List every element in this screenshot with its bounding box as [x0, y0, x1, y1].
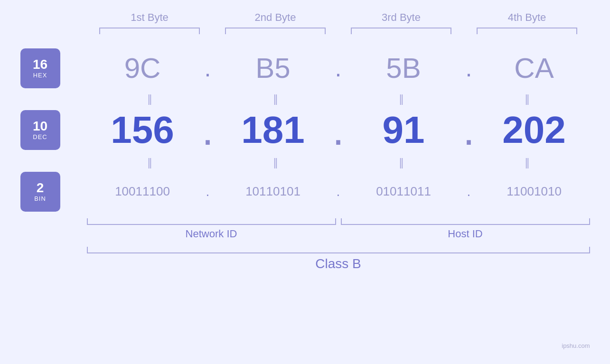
- dec-badge: 10 DEC: [20, 110, 60, 150]
- hex-values: 9C . B5 . 5B . CA: [60, 52, 590, 84]
- hex-dot-2: .: [329, 56, 348, 80]
- bin-badge-number: 2: [37, 181, 44, 196]
- hex-value-4: CA: [479, 52, 590, 84]
- hex-value-1: 9C: [87, 52, 198, 84]
- dec-value-2: 181: [217, 108, 329, 152]
- hex-value-2: B5: [217, 52, 329, 84]
- byte-label-3: 3rd Byte: [338, 11, 464, 24]
- dec-row: 10 DEC 156 . 181 . 91 . 202: [20, 108, 590, 152]
- bin-row: 2 BIN 10011100 . 10110101 . 01011011 . 1…: [20, 172, 590, 212]
- bin-value-1: 10011100: [87, 184, 198, 199]
- dec-values: 156 . 181 . 91 . 202: [60, 108, 590, 152]
- bin-values: 10011100 . 10110101 . 01011011 . 1100101…: [60, 184, 590, 199]
- network-id-label: Network ID: [87, 228, 336, 240]
- top-brackets: [20, 28, 590, 34]
- hex-value-3: 5B: [348, 52, 460, 84]
- host-id-bracket: [341, 218, 590, 225]
- dec-dot-1: .: [198, 109, 217, 151]
- hex-badge-number: 16: [33, 57, 47, 72]
- eq-1-4: ‖: [464, 93, 590, 105]
- equals-row-1: ‖ ‖ ‖ ‖: [20, 93, 590, 105]
- byte-labels-row: 1st Byte 2nd Byte 3rd Byte 4th Byte: [20, 11, 590, 24]
- eq-2-3: ‖: [338, 157, 464, 169]
- bin-dot-1: .: [198, 185, 217, 198]
- watermark: ipshu.com: [562, 342, 590, 349]
- bin-value-4: 11001010: [479, 184, 590, 199]
- top-bracket-3: [338, 28, 464, 34]
- host-id-label: Host ID: [341, 228, 590, 240]
- hex-dot-3: .: [460, 56, 479, 80]
- equals-row-2: ‖ ‖ ‖ ‖: [20, 157, 590, 169]
- eq-1-3: ‖: [338, 93, 464, 105]
- hex-badge: 16 HEX: [20, 48, 60, 88]
- eq-2-4: ‖: [464, 157, 590, 169]
- class-b-label: Class B: [87, 256, 590, 271]
- bin-badge: 2 BIN: [20, 172, 60, 212]
- bin-value-3: 01011011: [348, 184, 460, 199]
- eq-2-1: ‖: [87, 157, 213, 169]
- bin-badge-label: BIN: [34, 195, 46, 202]
- bin-value-2: 10110101: [217, 184, 329, 199]
- class-section: Class B: [20, 247, 590, 271]
- bottom-section: Network ID Host ID Class B: [20, 218, 590, 271]
- dec-value-4: 202: [479, 108, 590, 152]
- eq-1-2: ‖: [213, 93, 338, 105]
- dec-dot-3: .: [460, 109, 479, 151]
- byte-label-4: 4th Byte: [464, 11, 590, 24]
- hex-row: 16 HEX 9C . B5 . 5B . CA: [20, 48, 590, 88]
- hex-badge-label: HEX: [33, 72, 47, 79]
- dec-badge-number: 10: [33, 119, 47, 134]
- class-b-bracket: [87, 247, 590, 253]
- network-id-bracket: [87, 218, 336, 225]
- bin-dot-3: .: [460, 185, 479, 198]
- dec-value-3: 91: [348, 108, 460, 152]
- top-bracket-2: [213, 28, 338, 34]
- hex-dot-1: .: [198, 56, 217, 80]
- byte-label-2: 2nd Byte: [213, 11, 338, 24]
- top-bracket-1: [87, 28, 213, 34]
- top-bracket-4: [464, 28, 590, 34]
- eq-2-2: ‖: [213, 157, 338, 169]
- dec-badge-label: DEC: [33, 133, 47, 140]
- dec-dot-2: .: [329, 109, 348, 151]
- dec-value-1: 156: [87, 108, 198, 152]
- bin-dot-2: .: [329, 185, 348, 198]
- byte-label-1: 1st Byte: [87, 11, 213, 24]
- eq-1-1: ‖: [87, 93, 213, 105]
